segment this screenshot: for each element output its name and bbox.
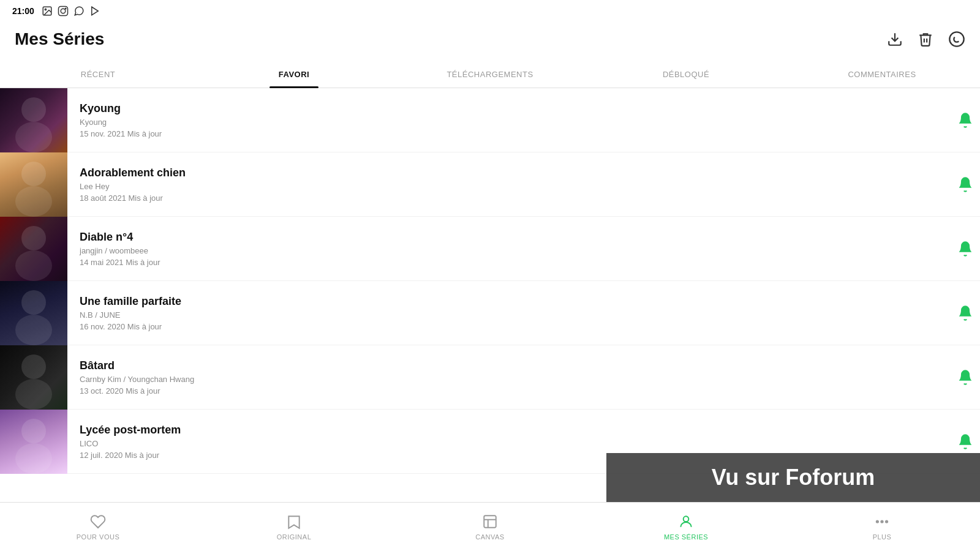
bell-button[interactable] (951, 176, 980, 193)
bell-icon-svg (957, 369, 974, 386)
header: Mes Séries (0, 22, 980, 61)
series-info: Kyoung Kyoung 15 nov. 2021 Mis à jour (67, 94, 951, 147)
svg-point-3 (61, 9, 66, 13)
svg-point-8 (21, 97, 46, 122)
series-thumbnail (0, 281, 67, 345)
tab-commentaires[interactable]: COMMENTAIRES (784, 61, 980, 88)
series-name: Adorablement chien (80, 167, 938, 179)
series-name: Lycée post-mortem (80, 424, 938, 437)
tab-telechargements[interactable]: TÉLÉCHARGEMENTS (392, 61, 588, 88)
gallery-icon (42, 6, 53, 17)
svg-point-4 (65, 8, 66, 9)
bottom-nav: POUR VOUS ORIGINAL CANVAS MES SÉRIES PLU… (0, 502, 980, 551)
svg-point-11 (15, 186, 52, 217)
svg-point-24 (886, 520, 888, 522)
more-icon (874, 514, 890, 530)
play-store-icon (89, 6, 100, 17)
nav-item-pour-vous[interactable]: POUR VOUS (0, 503, 196, 551)
series-author: jangjin / woombeee (80, 246, 938, 255)
tab-favori[interactable]: FAVORI (196, 61, 392, 88)
series-date: 14 mai 2021 Mis à jour (80, 258, 938, 267)
svg-point-15 (15, 315, 52, 345)
bell-icon-svg (957, 176, 974, 193)
nav-label-canvas: CANVAS (475, 533, 504, 541)
svg-point-13 (15, 250, 52, 281)
download-icon[interactable] (887, 31, 903, 47)
bell-icon-svg (957, 304, 974, 321)
header-actions (887, 31, 965, 48)
bell-button[interactable] (951, 304, 980, 321)
watermark: Vu sur Foforum (606, 453, 980, 502)
series-info: Une famille parfaite N.B / JUNE 16 nov. … (67, 287, 951, 340)
svg-point-7 (949, 32, 963, 46)
bell-button[interactable] (951, 433, 980, 450)
nav-item-canvas[interactable]: CANVAS (392, 503, 588, 551)
series-date: 18 août 2021 Mis à jour (80, 193, 938, 203)
list-item[interactable]: Diable n°4 jangjin / woombeee 14 mai 202… (0, 217, 980, 281)
series-author: Lee Hey (80, 182, 938, 191)
page-title: Mes Séries (15, 29, 104, 49)
bell-icon-svg (957, 240, 974, 257)
nav-label-original: ORIGINAL (277, 533, 312, 541)
svg-point-14 (21, 290, 46, 315)
svg-point-21 (684, 516, 689, 522)
svg-rect-2 (58, 7, 67, 16)
series-author: LICO (80, 439, 938, 448)
series-thumbnail (0, 345, 67, 410)
series-name: Kyoung (80, 102, 938, 115)
svg-point-19 (15, 443, 52, 474)
bell-button[interactable] (951, 240, 980, 257)
bell-icon-svg (957, 111, 974, 129)
svg-point-9 (15, 122, 52, 152)
svg-rect-20 (484, 515, 496, 528)
person-icon (678, 514, 694, 530)
list-item[interactable]: Kyoung Kyoung 15 nov. 2021 Mis à jour (0, 88, 980, 152)
svg-point-23 (881, 520, 883, 522)
series-info: Adorablement chien Lee Hey 18 août 2021 … (67, 158, 951, 211)
series-author: Kyoung (80, 118, 938, 127)
list-item[interactable]: Bâtard Carnby Kim / Youngchan Hwang 13 o… (0, 345, 980, 410)
bell-icon-svg (957, 433, 974, 450)
svg-point-10 (21, 162, 46, 186)
status-bar: 21:00 (0, 0, 980, 22)
series-thumbnail (0, 217, 67, 281)
nav-item-mes-series[interactable]: MES SÉRIES (588, 503, 784, 551)
heart-icon (90, 514, 106, 530)
series-date: 13 oct. 2020 Mis à jour (80, 386, 938, 395)
status-icons (42, 6, 100, 17)
copyright-icon[interactable] (948, 31, 965, 48)
tab-recent[interactable]: RÉCENT (0, 61, 196, 88)
series-list: Kyoung Kyoung 15 nov. 2021 Mis à jour Ad… (0, 88, 980, 500)
trash-icon[interactable] (918, 31, 933, 47)
svg-point-1 (45, 9, 46, 10)
svg-point-18 (21, 419, 46, 443)
series-thumbnail (0, 152, 67, 217)
series-date: 15 nov. 2021 Mis à jour (80, 129, 938, 138)
watermark-text: Vu sur Foforum (712, 465, 875, 490)
list-item[interactable]: Une famille parfaite N.B / JUNE 16 nov. … (0, 281, 980, 345)
whatsapp-icon (74, 6, 85, 17)
series-info: Diable n°4 jangjin / woombeee 14 mai 202… (67, 222, 951, 276)
series-date: 16 nov. 2020 Mis à jour (80, 322, 938, 331)
status-time: 21:00 (12, 6, 34, 16)
nav-label-pour-vous: POUR VOUS (77, 533, 120, 541)
bell-button[interactable] (951, 111, 980, 129)
nav-label-plus: PLUS (873, 533, 892, 541)
series-info: Bâtard Carnby Kim / Youngchan Hwang 13 o… (67, 351, 951, 404)
svg-point-17 (15, 379, 52, 410)
list-item[interactable]: Adorablement chien Lee Hey 18 août 2021 … (0, 152, 980, 217)
series-name: Une famille parfaite (80, 295, 938, 308)
svg-point-16 (21, 354, 46, 379)
nav-label-mes-series: MES SÉRIES (664, 533, 708, 541)
nav-item-original[interactable]: ORIGINAL (196, 503, 392, 551)
tab-debloque[interactable]: DÉBLOQUÉ (588, 61, 784, 88)
nav-item-plus[interactable]: PLUS (784, 503, 980, 551)
series-name: Bâtard (80, 359, 938, 372)
series-thumbnail (0, 88, 67, 152)
bookmark-icon (286, 514, 302, 530)
series-thumbnail (0, 410, 67, 474)
bell-button[interactable] (951, 369, 980, 386)
canvas-icon (482, 514, 498, 530)
svg-point-12 (21, 226, 46, 250)
instagram-icon (58, 6, 69, 17)
